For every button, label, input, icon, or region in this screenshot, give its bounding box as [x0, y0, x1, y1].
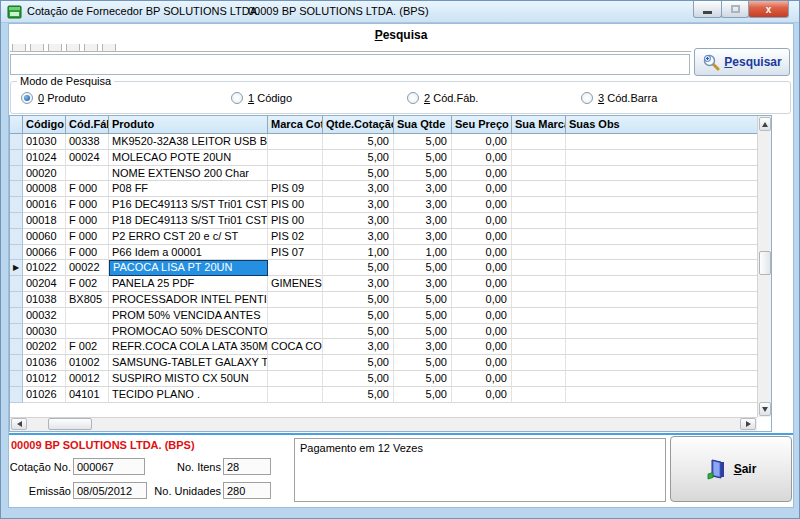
cell-marca-cot[interactable]	[268, 371, 323, 387]
emissao-field[interactable]: 08/05/2012	[73, 482, 147, 499]
cell-qtde-cotacao[interactable]: 3,00	[323, 229, 394, 245]
table-row[interactable]: 0101200012SUSPIRO MISTO CX 50UN5,005,000…	[10, 371, 757, 387]
tab-stub[interactable]	[12, 44, 26, 52]
cell-suas-obs[interactable]	[566, 308, 757, 324]
vertical-scroll-thumb[interactable]	[759, 251, 771, 275]
cell-cod-fab[interactable]: 01002	[66, 355, 109, 371]
cell-sua-marca[interactable]	[512, 260, 566, 276]
cell-seu-preco[interactable]: 0,00	[452, 197, 512, 213]
cell-produto[interactable]: MOLECAO POTE 20UN	[109, 150, 268, 166]
cell-sua-qtde[interactable]: 3,00	[394, 276, 452, 292]
cell-produto[interactable]: PROCESSADOR INTEL PENTIUM	[109, 292, 268, 308]
scroll-left-button[interactable]	[11, 418, 27, 430]
cell-sua-qtde[interactable]: 5,00	[394, 292, 452, 308]
cell-sua-marca[interactable]	[512, 134, 566, 150]
cell-marca-cot[interactable]	[268, 387, 323, 403]
cell-marca-cot[interactable]: COCA COLA	[268, 339, 323, 355]
cell-seu-preco[interactable]: 0,00	[452, 150, 512, 166]
cell-qtde-cotacao[interactable]: 3,00	[323, 213, 394, 229]
header-seu-preco[interactable]: Seu Preço	[452, 116, 512, 133]
cell-seu-preco[interactable]: 0,00	[452, 134, 512, 150]
tab-stub[interactable]	[48, 44, 62, 52]
cell-suas-obs[interactable]	[566, 134, 757, 150]
cell-suas-obs[interactable]	[566, 276, 757, 292]
payment-memo[interactable]: Pagamento em 12 Vezes	[294, 438, 666, 502]
cell-codigo[interactable]: 01030	[23, 134, 66, 150]
cell-seu-preco[interactable]: 0,00	[452, 166, 512, 182]
cell-sua-marca[interactable]	[512, 292, 566, 308]
cell-marca-cot[interactable]	[268, 308, 323, 324]
cell-cod-fab[interactable]: F 002	[66, 339, 109, 355]
no-unidades-field[interactable]: 280	[223, 482, 271, 499]
cell-sua-qtde[interactable]: 5,00	[394, 150, 452, 166]
cell-seu-preco[interactable]: 0,00	[452, 245, 512, 261]
cell-sua-qtde[interactable]: 3,00	[394, 181, 452, 197]
cell-qtde-cotacao[interactable]: 5,00	[323, 134, 394, 150]
table-row[interactable]: 0102604101TECIDO PLANO .5,005,000,00	[10, 387, 757, 403]
minimize-button[interactable]	[693, 1, 722, 18]
cell-sua-qtde[interactable]: 3,00	[394, 339, 452, 355]
cell-sua-marca[interactable]	[512, 150, 566, 166]
tab-stub[interactable]	[102, 44, 116, 52]
cell-sua-marca[interactable]	[512, 245, 566, 261]
cell-seu-preco[interactable]: 0,00	[452, 355, 512, 371]
cell-suas-obs[interactable]	[566, 197, 757, 213]
scroll-right-button[interactable]	[740, 418, 756, 430]
cell-cod-fab[interactable]	[66, 308, 109, 324]
cell-codigo[interactable]: 00018	[23, 213, 66, 229]
cell-codigo[interactable]: 00204	[23, 276, 66, 292]
cell-cod-fab[interactable]: 04101	[66, 387, 109, 403]
cell-sua-marca[interactable]	[512, 276, 566, 292]
cell-codigo[interactable]: 01038	[23, 292, 66, 308]
cell-produto[interactable]: TECIDO PLANO .	[109, 387, 268, 403]
table-row[interactable]: 00016F 000P16 DEC49113 S/ST Tri01 CST00P…	[10, 197, 757, 213]
cell-codigo[interactable]: 01036	[23, 355, 66, 371]
cell-sua-qtde[interactable]: 3,00	[394, 213, 452, 229]
cell-sua-qtde[interactable]: 5,00	[394, 324, 452, 340]
table-row[interactable]: 00204F 002PANELA 25 PDFGIMENES3,003,000,…	[10, 276, 757, 292]
header-cod-fab[interactable]: Cód.Fáb.	[66, 116, 109, 133]
cell-produto[interactable]: PROM 50% VENCIDA ANTES	[109, 308, 268, 324]
cell-sua-marca[interactable]	[512, 213, 566, 229]
cell-qtde-cotacao[interactable]: 5,00	[323, 260, 394, 276]
cell-qtde-cotacao[interactable]: 5,00	[323, 166, 394, 182]
cell-sua-marca[interactable]	[512, 166, 566, 182]
table-row[interactable]: 00032PROM 50% VENCIDA ANTES5,005,000,00	[10, 308, 757, 324]
cell-produto[interactable]: P08 FF	[109, 181, 268, 197]
cell-sua-qtde[interactable]: 5,00	[394, 134, 452, 150]
cell-qtde-cotacao[interactable]: 5,00	[323, 387, 394, 403]
cell-sua-marca[interactable]	[512, 308, 566, 324]
cell-sua-marca[interactable]	[512, 229, 566, 245]
table-row[interactable]: 00020NOME EXTENSO 200 Char5,005,000,00	[10, 166, 757, 182]
header-sua-marca[interactable]: Sua Marca	[512, 116, 566, 133]
cell-produto[interactable]: SUSPIRO MISTO CX 50UN	[109, 371, 268, 387]
cell-sua-marca[interactable]	[512, 324, 566, 340]
cell-qtde-cotacao[interactable]: 5,00	[323, 150, 394, 166]
cell-cod-fab[interactable]: 00338	[66, 134, 109, 150]
cell-sua-qtde[interactable]: 5,00	[394, 355, 452, 371]
table-row[interactable]: 0103000338MK9520-32A38 LEITOR USB BLAC5,…	[10, 134, 757, 150]
cell-suas-obs[interactable]	[566, 387, 757, 403]
cell-suas-obs[interactable]	[566, 181, 757, 197]
cell-sua-qtde[interactable]: 5,00	[394, 387, 452, 403]
cell-marca-cot[interactable]: PIS 00	[268, 197, 323, 213]
cell-cod-fab[interactable]: F 000	[66, 197, 109, 213]
cell-marca-cot[interactable]: PIS 07	[268, 245, 323, 261]
cell-codigo[interactable]: 00030	[23, 324, 66, 340]
radio-produto[interactable]: 0 Produto	[21, 92, 86, 104]
cell-codigo[interactable]: 00008	[23, 181, 66, 197]
cell-sua-qtde[interactable]: 5,00	[394, 166, 452, 182]
cell-marca-cot[interactable]	[268, 355, 323, 371]
cell-marca-cot[interactable]: PIS 09	[268, 181, 323, 197]
cell-cod-fab[interactable]: F 000	[66, 181, 109, 197]
cell-suas-obs[interactable]	[566, 245, 757, 261]
cell-qtde-cotacao[interactable]: 3,00	[323, 276, 394, 292]
cell-suas-obs[interactable]	[566, 324, 757, 340]
cell-cod-fab[interactable]: 00024	[66, 150, 109, 166]
cell-produto[interactable]: P66 Idem a 00001	[109, 245, 268, 261]
radio-cod-barra[interactable]: 3 Cód.Barra	[581, 92, 657, 104]
cell-codigo[interactable]: 01012	[23, 371, 66, 387]
cell-marca-cot[interactable]	[268, 292, 323, 308]
cell-produto[interactable]: P2 ERRO CST 20 e c/ ST	[109, 229, 268, 245]
cell-cod-fab[interactable]: F 002	[66, 276, 109, 292]
